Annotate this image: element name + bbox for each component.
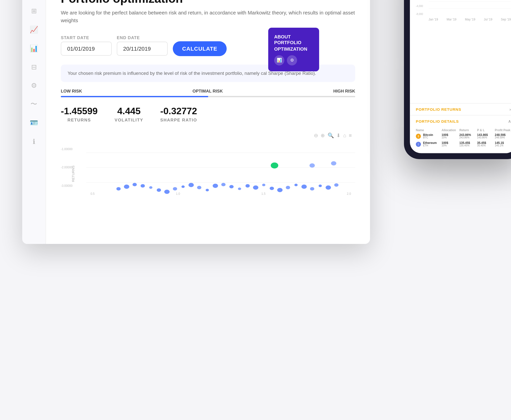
svg-point-16 (221, 183, 226, 186)
eth-name: Ethereum (423, 141, 437, 144)
line-chart-container: 12,000 8,000 4,000 0,000 -4,000 -8,000 (416, 0, 511, 21)
sidebar-icon-grid[interactable]: ⊞ (26, 3, 41, 18)
volatility-label: VOLATILITY (115, 117, 143, 122)
svg-point-13 (197, 186, 201, 189)
chart-icons-row: ⊖ ⊕ 🔍 ⬇ ⌂ ≡ (61, 130, 355, 140)
svg-point-18 (238, 187, 241, 190)
sharpe-value: -0.32772 (160, 105, 197, 116)
btc-label: Bitcoin BTC (423, 133, 433, 139)
svg-point-15 (213, 184, 218, 188)
sidebar-icon-bar[interactable]: 📊 (26, 40, 41, 56)
about-tooltip: ABOUT PORTFOLIO OPTIMIZATION 📊 ⚙ (268, 28, 319, 71)
accordion-header-details[interactable]: PORTFOLIO DETAILS ∧ (410, 115, 511, 127)
svg-point-33 (271, 162, 278, 168)
phone-outer: ☰ LOAD PORTFOLIO 🦊 🔔 ▾ ₿ Binance Deviati… (404, 0, 511, 159)
end-date-field: END DATE (117, 35, 168, 56)
risk-slider-area: LOW RISK OPTIMAL RISK HIGH RISK (61, 89, 355, 97)
phone-inner: ☰ LOAD PORTFOLIO 🦊 🔔 ▾ ₿ Binance Deviati… (410, 0, 511, 153)
svg-point-29 (326, 185, 331, 190)
high-risk-label: HIGH RISK (333, 89, 355, 93)
svg-point-14 (206, 189, 209, 191)
optimal-risk-label: OPTIMAL RISK (192, 89, 223, 93)
metrics-row: -1.45599 RETURNS 4.445 VOLATILITY -0.327… (61, 105, 355, 122)
risk-bar[interactable] (61, 96, 355, 97)
eth-label: Ethereum ETH (423, 141, 437, 147)
page-title: Portfolio optimization (61, 0, 355, 6)
table-cell-btc-profit-peak: 248.59$ 248.59% (495, 133, 511, 139)
table-cell-eth-pl: 35.45$ 35.45% (477, 141, 493, 147)
sidebar: 📋 ⊞ 📈 📊 ⊟ ⚙ 〜 🪪 ℹ (22, 0, 46, 244)
start-date-input[interactable] (61, 41, 112, 55)
table-cell-eth-allocation: 100$ 10% (442, 141, 458, 147)
svg-point-22 (270, 187, 274, 190)
accordion-title-returns: PORTFOLIO RETURNS (416, 107, 461, 111)
table-cell-btc-return: 243.86% 243.86% (459, 133, 475, 139)
accordion-header-returns[interactable]: PORTFOLIO RETURNS › (410, 104, 511, 115)
eth-ticker: ETH (423, 144, 437, 147)
table-col-return: Return (459, 129, 475, 132)
start-date-field: START DATE (61, 35, 112, 56)
accordion-item-returns: PORTFOLIO RETURNS › (410, 104, 511, 115)
svg-point-8 (157, 188, 161, 192)
menu-icon[interactable]: ≡ (349, 132, 352, 138)
sharpe-label: SHARPE RATIO (160, 117, 197, 122)
table-col-profit-peak: Profit Peak (495, 129, 511, 132)
chart-x-labels: Jan '19 Mar '19 May '19 Jul '19 Sep '19 (429, 18, 511, 21)
line-chart-svg-wrapper (429, 0, 511, 17)
sidebar-icon-settings[interactable]: ⚙ (26, 78, 41, 93)
svg-point-25 (294, 184, 298, 186)
zoom-in-icon[interactable]: ⊕ (321, 132, 325, 138)
volatility-metric: 4.445 VOLATILITY (115, 105, 143, 122)
scatter-plot: 0.5 1.0 1.5 2.0 (86, 140, 355, 195)
svg-point-3 (116, 187, 121, 190)
table-col-pl: P & L (477, 129, 493, 132)
table-row-eth: Ξ Ethereum ETH 100$ 10% (416, 141, 511, 147)
sharpe-metric: -0.32772 SHARPE RATIO (160, 105, 197, 122)
svg-point-28 (319, 184, 322, 187)
about-icon-1: 📊 (274, 55, 284, 65)
low-risk-label: LOW RISK (61, 89, 82, 93)
accordion-title-details: PORTFOLIO DETAILS (416, 119, 459, 123)
svg-point-27 (310, 187, 314, 190)
returns-value: -1.45599 (61, 105, 98, 116)
eth-icon: Ξ (416, 141, 421, 146)
svg-point-12 (188, 183, 194, 187)
end-date-label: END DATE (117, 35, 168, 40)
risk-labels: LOW RISK OPTIMAL RISK HIGH RISK (61, 89, 355, 93)
about-icon-2: ⚙ (287, 55, 297, 65)
y-axis-label: RETURNS (71, 165, 75, 182)
scatter-plot-container: -1.00000 -2.00000 -3.00000 (61, 140, 355, 204)
sidebar-icon-table[interactable]: ⊟ (26, 59, 41, 74)
zoom-fit-icon[interactable]: 🔍 (328, 132, 334, 138)
sidebar-icon-info[interactable]: ℹ (26, 134, 41, 149)
sidebar-icon-line[interactable]: 〜 (26, 96, 41, 111)
btc-icon: ₿ (416, 133, 421, 138)
accordion-item-details: PORTFOLIO DETAILS ∧ Name Allocation Retu… (410, 115, 511, 153)
main-content: Portfolio optimization We are looking fo… (46, 0, 370, 244)
svg-point-17 (229, 185, 234, 188)
phone-accordion: PORTFOLIO RETURNS › PORTFOLIO DETAILS ∧ (410, 103, 511, 153)
table-header-row: Name Allocation Return P & L Profit Peak (416, 129, 511, 132)
sidebar-icon-chart[interactable]: 📈 (26, 22, 41, 37)
svg-point-7 (149, 186, 152, 189)
svg-point-21 (262, 184, 265, 186)
download-icon[interactable]: ⬇ (336, 132, 341, 138)
table-col-name: Name (416, 129, 440, 132)
btc-name: Bitcoin (423, 133, 433, 136)
home-icon[interactable]: ⌂ (343, 132, 346, 138)
table-row-btc: ₿ Bitcoin BTC 100$ 10% (416, 133, 511, 139)
end-date-input[interactable] (117, 41, 168, 55)
svg-point-4 (124, 184, 129, 189)
svg-point-24 (286, 186, 290, 189)
phone-chart-area: Deviation of Allocated Assets % ⊖ ⊕ 🔍 ⬇ … (410, 0, 511, 103)
returns-label: RETURNS (67, 117, 91, 122)
start-date-label: START DATE (61, 35, 112, 40)
table-cell-eth-profit-peak: 145.1$ 145.1% (495, 141, 511, 147)
svg-point-19 (246, 184, 250, 187)
svg-point-30 (334, 183, 338, 187)
calculate-button[interactable]: CALCULATE (173, 41, 227, 56)
zoom-out-icon[interactable]: ⊖ (314, 132, 318, 138)
table-col-allocation: Allocation (442, 129, 458, 132)
sidebar-icon-card[interactable]: 🪪 (26, 115, 41, 130)
volatility-value: 4.445 (117, 105, 141, 116)
